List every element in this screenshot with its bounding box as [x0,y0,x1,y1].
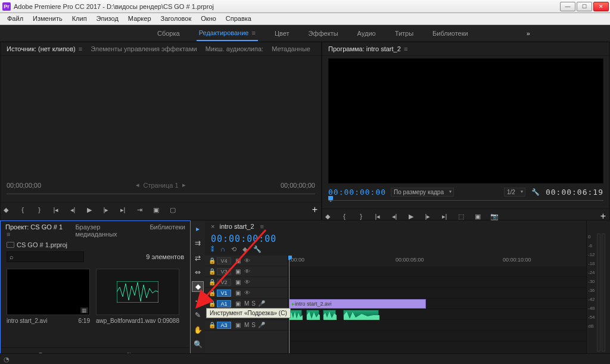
workspace-titles[interactable]: Титры [393,26,416,41]
pen-tool-icon[interactable]: ✎ [192,310,203,320]
source-scrubber[interactable] [7,194,315,200]
insert-icon[interactable]: ⇥ [134,205,145,214]
export-frame-icon[interactable]: ▢ [167,205,178,214]
step-fwd-icon[interactable]: |▸ [101,205,111,214]
window-title: Adobe Premiere Pro CC 2017 - D:\видосы р… [14,3,560,10]
marker-icon[interactable]: ◆ [1,205,11,214]
audio-clip[interactable] [323,310,336,319]
audio-clip[interactable] [306,310,319,319]
audio-clip[interactable] [343,310,379,319]
workspace-effects[interactable]: Эффекты [306,26,341,41]
program-in-tc[interactable]: 00:00:00:00 [328,188,386,197]
track-a3[interactable]: A3 [217,322,231,329]
timeline-playhead[interactable] [289,256,290,357]
goto-in-icon[interactable]: |◂ [372,211,383,221]
add-button-icon[interactable]: + [309,204,321,215]
ripple-tool-icon[interactable]: ⇄ [192,253,203,262]
source-viewer[interactable] [1,56,321,179]
play-icon[interactable]: ▶ [406,211,416,221]
goto-out-icon[interactable]: ▸| [439,211,450,221]
razor-tool-icon[interactable]: ◆ [192,282,203,291]
source-out-tc[interactable]: 00;00;00;00 [281,182,315,189]
audio-clip[interactable] [289,310,302,319]
tab-media-browser[interactable]: Браузер медиаданных [75,223,144,238]
zoom-tool-icon[interactable]: 🔍 [192,340,203,349]
minimize-button[interactable]: — [560,2,575,11]
maximize-button[interactable]: ☐ [577,2,592,11]
status-sync-icon[interactable]: ◔ [4,356,11,363]
track-v3[interactable]: V3 [217,268,231,275]
rate-stretch-tool-icon[interactable]: ⇔ [192,267,203,277]
workspace-assembly[interactable]: Сборка [155,26,182,41]
project-search-input[interactable] [7,251,84,262]
wrench-icon[interactable]: 🔧 [530,187,541,197]
video-clip[interactable]: ▸ intro start_2.avi [289,299,426,309]
timeline-panel: × intro start_2 ≡ 00:00:00:00 ⁑ ∩ ⟲ ◆ 🔧 … [205,220,586,363]
timeline-ruler[interactable]: :00:00 00:00:05:00 00:00:10:00 [288,256,586,266]
tab-metadata[interactable]: Метаданные [272,45,310,52]
source-in-tc[interactable]: 00;00;00;00 [7,182,41,189]
play-icon[interactable]: ▶ [84,205,95,214]
step-back-icon[interactable]: ◂| [67,205,78,214]
selection-tool-icon[interactable]: ▸ [192,224,203,234]
step-back-icon[interactable]: ◂| [389,211,400,221]
workspace-libraries[interactable]: Библиотеки [430,26,471,41]
out-point-icon[interactable]: } [356,211,366,221]
step-fwd-icon[interactable]: |▸ [422,211,433,221]
program-scrubber[interactable] [328,200,603,206]
workspace-overflow[interactable]: » [527,30,530,37]
menu-marker[interactable]: Маркер [123,13,156,24]
tab-source[interactable]: Источник: (нет клипов) ≡ [7,45,82,52]
hamburger-icon[interactable]: ≡ [252,29,256,36]
hand-tool-icon[interactable]: ✋ [192,325,203,334]
workspace-audio[interactable]: Аудио [355,26,378,41]
menu-window[interactable]: Окно [196,13,221,24]
waveform-icon [117,281,158,303]
overwrite-icon[interactable]: ▣ [151,205,161,214]
track-v1[interactable]: V1 [217,290,231,297]
menu-clip[interactable]: Клип [67,13,92,24]
marker-icon[interactable]: ◆ [322,211,333,221]
tab-program[interactable]: Программа: intro start_2 ≡ [328,45,407,52]
timeline-timecode[interactable]: 00:00:00:00 [205,232,586,245]
program-out-tc[interactable]: 00:00:06:19 [546,188,603,197]
out-point-icon[interactable]: } [34,205,45,214]
timeline-content[interactable]: :00:00 00:00:05:00 00:00:10:00 ▸ intro s… [288,256,586,357]
timeline-tab[interactable]: intro start_2 [219,223,254,230]
marker-icon[interactable]: ◆ [242,245,247,253]
project-item[interactable]: awp_Boltforward1.wav0:09088 [96,269,179,324]
tab-effect-controls[interactable]: Элементы управления эффектами [91,45,197,52]
track-a1[interactable]: A1 [217,300,231,307]
menu-edit[interactable]: Изменить [28,13,67,24]
menu-file[interactable]: Файл [2,13,28,24]
export-frame-icon[interactable]: 📷 [489,211,500,221]
track-select-tool-icon[interactable]: ⇉ [192,238,203,248]
track-v4[interactable]: V4 [217,257,231,265]
workspace-color[interactable]: Цвет [272,26,292,41]
workspace-editing[interactable]: Редактирование ≡ [197,26,258,41]
tab-project[interactable]: Проект: CS GO # 1 ≡ [5,223,69,238]
menu-help[interactable]: Справка [221,13,256,24]
menu-title[interactable]: Заголовок [156,13,197,24]
close-button[interactable]: ✕ [593,2,609,11]
tab-libraries[interactable]: Библиотеки [150,223,185,238]
tab-audio-mixer[interactable]: Микш. аудиоклипа: [206,45,264,52]
slip-tool-icon[interactable]: ↔ [192,296,203,306]
track-v2[interactable]: V2 [217,279,231,286]
menu-sequence[interactable]: Эпизод [92,13,123,24]
link-icon[interactable]: ⟲ [231,245,236,253]
magnet-icon[interactable]: ∩ [220,245,225,253]
extract-icon[interactable]: ▣ [472,211,483,221]
wrench-icon[interactable]: 🔧 [253,245,262,253]
fit-dropdown[interactable]: По размеру кадра [391,188,454,197]
in-point-icon[interactable]: { [17,205,28,214]
resolution-dropdown[interactable]: 1/2 [504,188,525,197]
goto-out-icon[interactable]: ▸| [117,205,128,214]
in-point-icon[interactable]: { [339,211,350,221]
lift-icon[interactable]: ⬚ [456,211,466,221]
project-item[interactable]: ▦ intro start_2.avi6:19 [7,269,90,324]
duration-badge: ▦ [80,307,88,313]
snap-icon[interactable]: ⁑ [211,245,214,253]
program-viewer[interactable] [328,58,603,183]
goto-in-icon[interactable]: |◂ [51,205,61,214]
